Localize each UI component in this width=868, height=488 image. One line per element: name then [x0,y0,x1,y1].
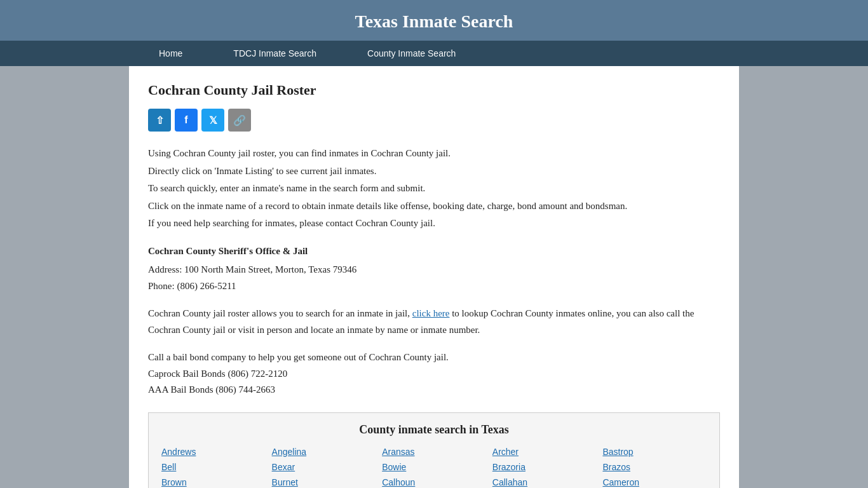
county-link[interactable]: Andrews [161,445,266,458]
county-section-title: County inmate search in Texas [161,423,707,437]
roster-paragraph: Cochran County jail roster allows you to… [148,306,720,338]
roster-text-pre: Cochran County jail roster allows you to… [148,308,410,318]
twitter-button[interactable]: 𝕏 [201,109,224,132]
sheriff-address: Address: 100 North Main Street, Morton, … [148,262,720,278]
copy-link-button[interactable]: 🔗 [228,109,251,132]
county-link[interactable]: Aransas [382,445,486,458]
bail-intro: Call a bail bond company to help you get… [148,349,720,366]
county-link[interactable]: Callahan [492,476,597,489]
site-header: Texas Inmate Search [0,0,868,41]
desc-line3: To search quickly, enter an inmate's nam… [148,180,720,197]
county-section: County inmate search in Texas AndrewsAng… [148,412,720,489]
content-wrapper: Cochran County Jail Roster ⇧ f 𝕏 🔗 Using… [129,66,739,488]
description-block: Using Cochran County jail roster, you ca… [148,146,720,232]
county-link[interactable]: Bastrop [602,445,707,458]
county-grid: AndrewsAngelinaAransasArcherBastropBellB… [161,445,707,489]
desc-line5: If you need help searching for inmates, … [148,215,720,232]
desc-line1: Using Cochran County jail roster, you ca… [148,146,720,162]
page-title: Cochran County Jail Roster [148,82,720,98]
county-link[interactable]: Angelina [272,445,376,458]
county-link[interactable]: Brazos [602,461,707,473]
click-here-link[interactable]: click here [412,308,450,318]
county-link[interactable]: Brazoria [492,461,597,473]
county-link[interactable]: Calhoun [382,476,486,489]
sheriff-phone: Phone: (806) 266-5211 [148,278,720,295]
county-link[interactable]: Bowie [382,461,486,473]
county-link[interactable]: Archer [492,445,597,458]
site-title: Texas Inmate Search [13,11,855,32]
county-link[interactable]: Cameron [602,476,707,489]
sheriff-section: Cochran County Sheriff's Office & Jail A… [148,243,720,295]
bail-company1: Caprock Bail Bonds (806) 722-2120 [148,366,720,383]
county-link[interactable]: Brown [161,476,266,489]
bail-company2: AAA Bail Bonds (806) 744-2663 [148,382,720,398]
bail-section: Call a bail bond company to help you get… [148,349,720,398]
desc-line4: Click on the inmate name of a record to … [148,198,720,215]
sheriff-title: Cochran County Sheriff's Office & Jail [148,243,720,260]
nav-tdcj[interactable]: TDCJ Inmate Search [208,41,342,66]
nav-county-search[interactable]: County Inmate Search [342,41,481,66]
facebook-button[interactable]: f [175,109,198,132]
county-link[interactable]: Bexar [272,461,376,473]
roster-text: Cochran County jail roster allows you to… [148,306,720,338]
nav-home[interactable]: Home [133,41,208,66]
county-link[interactable]: Bell [161,461,266,473]
county-link[interactable]: Burnet [272,476,376,489]
social-icons-row: ⇧ f 𝕏 🔗 [148,109,720,132]
main-nav: Home TDCJ Inmate Search County Inmate Se… [0,41,868,66]
desc-line2: Directly click on 'Inmate Listing' to se… [148,163,720,180]
share-button[interactable]: ⇧ [148,109,171,132]
